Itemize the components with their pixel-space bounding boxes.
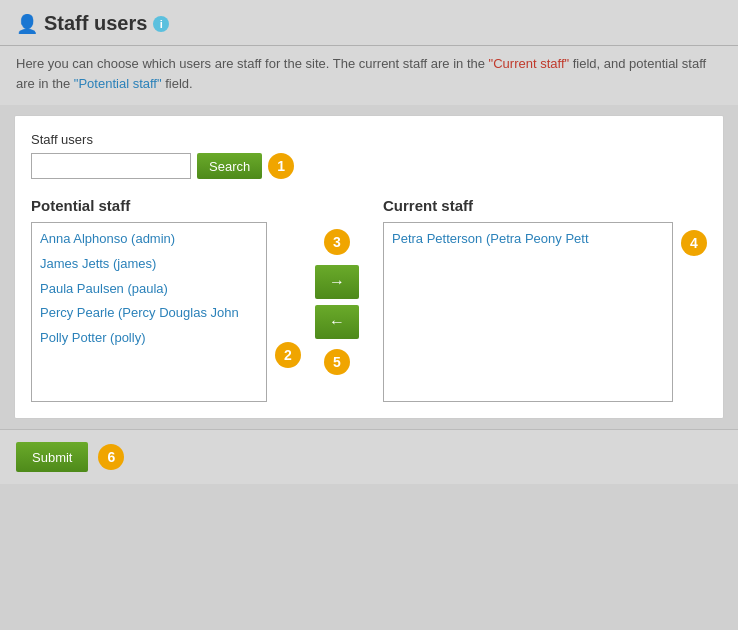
list-item[interactable]: Petra Petterson (Petra Peony Pett [384,227,672,252]
annotation-5: 5 [324,349,350,375]
user-icon: 👤 [16,13,38,35]
info-icon[interactable]: i [153,16,169,32]
list-item[interactable]: Anna Alphonso (admin) [32,227,266,252]
annotation-1: 1 [268,153,294,179]
annotation-2: 2 [275,342,301,368]
annotation-3: 3 [324,229,350,255]
description-text: Here you can choose which users are staf… [0,46,738,105]
submit-button[interactable]: Submit [16,442,88,472]
content-panel: Staff users Search 1 Potential staff Ann… [14,115,724,419]
current-staff-list[interactable]: Petra Petterson (Petra Peony Pett [383,222,673,402]
current-staff-title: Current staff [383,197,707,214]
list-item[interactable]: Polly Potter (polly) [32,326,266,351]
transfer-controls: 3 → ← 5 [301,197,373,375]
search-input[interactable] [31,153,191,179]
annotation-6: 6 [98,444,124,470]
potential-staff-title: Potential staff [31,197,301,214]
potential-staff-list[interactable]: Anna Alphonso (admin)James Jetts (james)… [31,222,267,402]
move-left-button[interactable]: ← [315,305,359,339]
annotation-4: 4 [681,230,707,256]
list-item[interactable]: Paula Paulsen (paula) [32,277,266,302]
page-title: 👤 Staff users i [16,12,169,35]
move-right-button[interactable]: → [315,265,359,299]
list-item[interactable]: Percy Pearle (Percy Douglas John [32,301,266,326]
list-item[interactable]: James Jetts (james) [32,252,266,277]
bottom-section: Submit 6 [0,429,738,484]
search-button[interactable]: Search [197,153,262,179]
staff-users-label: Staff users [31,132,707,147]
